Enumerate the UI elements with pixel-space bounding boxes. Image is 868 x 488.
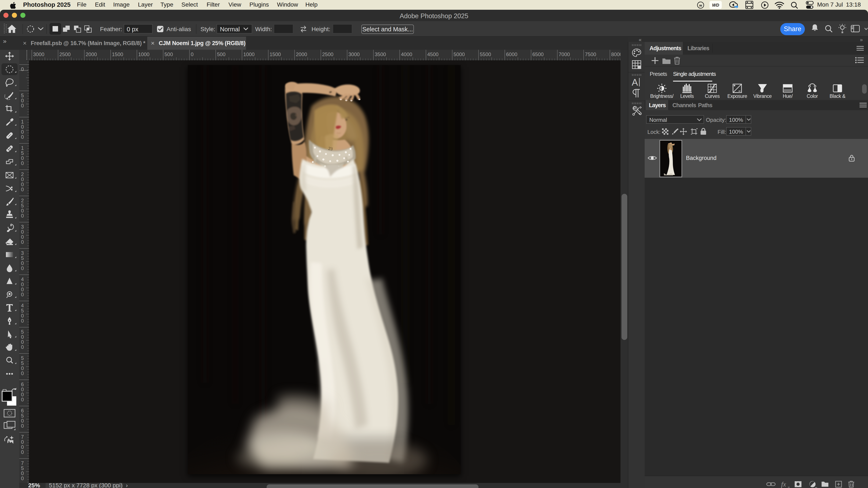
svg-text:0: 0 <box>21 265 24 271</box>
svg-text:5: 5 <box>21 360 24 366</box>
svg-text:0: 0 <box>21 318 24 324</box>
svg-text:1: 1 <box>21 145 24 151</box>
svg-text:6500: 6500 <box>532 52 544 57</box>
svg-text:0: 0 <box>21 213 24 219</box>
svg-text:0: 0 <box>21 365 24 371</box>
svg-text:0: 0 <box>21 187 24 192</box>
svg-text:0: 0 <box>21 160 24 166</box>
svg-text:6: 6 <box>21 382 24 387</box>
svg-text:1500: 1500 <box>270 52 281 57</box>
svg-text:0: 0 <box>21 239 24 245</box>
svg-text:4000: 4000 <box>401 52 412 57</box>
svg-text:A: A <box>632 77 638 87</box>
svg-text:Levels: Levels <box>680 93 693 99</box>
svg-text:0: 0 <box>21 208 24 214</box>
svg-text:1500: 1500 <box>112 52 123 57</box>
svg-text:Exposure: Exposure <box>727 93 747 99</box>
svg-text:Hue/: Hue/ <box>783 93 793 99</box>
svg-text:0: 0 <box>21 287 24 292</box>
svg-text:0: 0 <box>21 449 24 455</box>
svg-text:0: 0 <box>21 334 24 340</box>
svg-text:5: 5 <box>21 355 24 361</box>
svg-text:0: 0 <box>21 387 24 392</box>
svg-text:7500: 7500 <box>585 52 596 57</box>
svg-text:0: 0 <box>21 260 24 266</box>
svg-text:1000: 1000 <box>138 52 149 57</box>
svg-text:0: 0 <box>21 292 24 297</box>
svg-text:0: 0 <box>21 444 24 450</box>
svg-text:0: 0 <box>21 313 24 319</box>
svg-text:5500: 5500 <box>480 52 491 57</box>
svg-text:0: 0 <box>21 155 24 161</box>
svg-text:4500: 4500 <box>427 52 438 57</box>
svg-text:0: 0 <box>21 439 24 445</box>
svg-text:0: 0 <box>21 470 24 476</box>
svg-text:2500: 2500 <box>322 52 333 57</box>
svg-text:w: w <box>699 3 702 7</box>
svg-text:Black &: Black & <box>830 93 845 99</box>
svg-text:5: 5 <box>21 465 24 471</box>
svg-text:0: 0 <box>21 234 24 240</box>
svg-text:0: 0 <box>21 103 24 108</box>
svg-text:0: 0 <box>21 229 24 235</box>
svg-text:7: 7 <box>21 434 24 440</box>
svg-text:WD: WD <box>712 3 719 7</box>
svg-text:0: 0 <box>21 476 24 481</box>
svg-text:Curves: Curves <box>705 93 720 99</box>
svg-text:0: 0 <box>21 129 24 135</box>
svg-text:2: 2 <box>21 171 24 177</box>
svg-text:0: 0 <box>21 370 24 376</box>
svg-text:5: 5 <box>21 308 24 314</box>
svg-text:0: 0 <box>21 124 24 130</box>
svg-text:500: 500 <box>164 52 173 57</box>
svg-text:0: 0 <box>21 344 24 350</box>
svg-text:5: 5 <box>21 93 24 98</box>
svg-text:5: 5 <box>21 150 24 156</box>
svg-text:2000: 2000 <box>86 52 97 57</box>
svg-text:3: 3 <box>21 250 24 256</box>
svg-text:0: 0 <box>21 66 24 72</box>
svg-text:6: 6 <box>21 408 24 414</box>
svg-text:0: 0 <box>21 134 24 140</box>
svg-text:4: 4 <box>21 303 24 308</box>
svg-text:4: 4 <box>21 276 24 282</box>
svg-text:5000: 5000 <box>454 52 465 57</box>
svg-text:3000: 3000 <box>33 52 44 57</box>
svg-text:2500: 2500 <box>59 52 70 57</box>
svg-text:6000: 6000 <box>506 52 517 57</box>
svg-text:3: 3 <box>21 224 24 230</box>
svg-text:0: 0 <box>21 339 24 345</box>
svg-text:2: 2 <box>21 198 24 203</box>
svg-text:2000: 2000 <box>296 52 307 57</box>
svg-text:500: 500 <box>217 52 225 57</box>
svg-text:0: 0 <box>21 397 24 402</box>
svg-text:5: 5 <box>21 413 24 419</box>
svg-text:3500: 3500 <box>375 52 386 57</box>
svg-text:5: 5 <box>21 329 24 335</box>
svg-text:7000: 7000 <box>559 52 570 57</box>
svg-text:0: 0 <box>21 392 24 397</box>
svg-text:1: 1 <box>21 119 24 125</box>
svg-text:0: 0 <box>21 418 24 424</box>
svg-text:fx: fx <box>781 480 786 488</box>
svg-text:Color: Color <box>807 93 818 99</box>
svg-text:0: 0 <box>21 282 24 287</box>
svg-text:5: 5 <box>21 255 24 261</box>
svg-text:23: 23 <box>328 146 333 152</box>
svg-text:0: 0 <box>21 176 24 182</box>
svg-text:Brightness/: Brightness/ <box>650 93 674 99</box>
svg-text:1000: 1000 <box>243 52 254 57</box>
svg-text:0: 0 <box>191 52 193 57</box>
svg-text:0: 0 <box>21 182 24 187</box>
svg-text:5: 5 <box>21 203 24 208</box>
svg-text:3000: 3000 <box>348 52 360 57</box>
svg-text:0: 0 <box>21 98 24 103</box>
svg-text:0: 0 <box>21 423 24 429</box>
svg-text:8000: 8000 <box>611 52 620 57</box>
svg-text:7: 7 <box>21 460 24 466</box>
svg-text:Vibrance: Vibrance <box>753 93 772 99</box>
